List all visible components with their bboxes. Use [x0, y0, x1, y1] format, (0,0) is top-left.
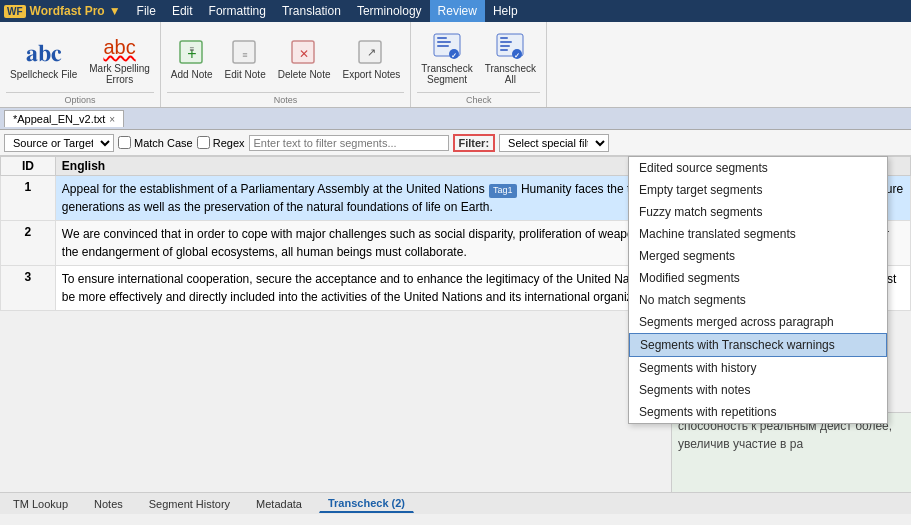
- delete-note-button[interactable]: ✕ Delete Note: [274, 34, 335, 83]
- match-case-checkbox[interactable]: [118, 136, 131, 149]
- regex-checkbox[interactable]: [197, 136, 210, 149]
- menu-translation[interactable]: Translation: [274, 0, 349, 22]
- tab-bar: *Appeal_EN_v2.txt ×: [0, 108, 911, 130]
- export-notes-button[interactable]: ↗ Export Notes: [339, 34, 405, 83]
- mark-spelling-button[interactable]: abc Mark Spelling Errors: [85, 28, 154, 88]
- menu-terminology[interactable]: Terminology: [349, 0, 430, 22]
- export-notes-icon: ↗: [355, 37, 387, 69]
- svg-rect-16: [500, 37, 508, 39]
- notes-section-label: Notes: [167, 92, 404, 105]
- regex-text: Regex: [213, 137, 245, 149]
- row-id-1: 1: [1, 176, 56, 221]
- spellcheck-file-button[interactable]: 𝐚𝐛𝐜 Spellcheck File: [6, 34, 81, 83]
- filter-label: Filter:: [453, 134, 496, 152]
- transcheck-all-icon: ✓: [494, 31, 526, 63]
- target-cell-3: способность к реальным дейст более, увел…: [671, 412, 911, 492]
- file-tab-close[interactable]: ×: [109, 114, 115, 125]
- bottom-tab-metadata[interactable]: Metadata: [247, 495, 311, 513]
- file-tab-label: *Appeal_EN_v2.txt: [13, 113, 105, 125]
- filter-option-fuzzy-match[interactable]: Fuzzy match segments: [629, 201, 887, 223]
- svg-text:✓: ✓: [514, 52, 520, 59]
- main-area: ID English 1 Appeal for the establishmen…: [0, 156, 911, 492]
- match-case-label: Match Case: [118, 136, 193, 149]
- transcheck-all-button[interactable]: ✓ Transcheck All: [481, 28, 540, 88]
- filter-option-edited-source[interactable]: Edited source segments: [629, 157, 887, 179]
- svg-text:✓: ✓: [451, 52, 457, 59]
- ribbon-sections: 𝐚𝐛𝐜 Spellcheck File abc Mark Spelling Er…: [0, 22, 911, 107]
- segment-filter-input[interactable]: [249, 135, 449, 151]
- app-arrow: ▼: [109, 4, 121, 18]
- filter-option-history[interactable]: Segments with history: [629, 357, 887, 379]
- check-buttons: ✓ Transcheck Segment: [417, 26, 540, 90]
- svg-rect-11: [437, 41, 451, 43]
- svg-text:✕: ✕: [299, 47, 309, 61]
- filter-option-no-match[interactable]: No match segments: [629, 289, 887, 311]
- filter-option-machine-translated[interactable]: Machine translated segments: [629, 223, 887, 245]
- edit-note-icon: ≡: [229, 37, 261, 69]
- special-filter-dropdown: Edited source segments Empty target segm…: [628, 156, 888, 424]
- menu-edit[interactable]: Edit: [164, 0, 201, 22]
- app-icon: WF: [4, 5, 26, 18]
- add-note-icon: +≡: [176, 37, 208, 69]
- options-buttons: 𝐚𝐛𝐜 Spellcheck File abc Mark Spelling Er…: [6, 26, 154, 90]
- edit-note-button[interactable]: ≡ Edit Note: [221, 34, 270, 83]
- ribbon: 𝐚𝐛𝐜 Spellcheck File abc Mark Spelling Er…: [0, 22, 911, 108]
- col-header-id: ID: [1, 157, 56, 176]
- app-title: WF Wordfast Pro ▼: [4, 4, 121, 18]
- filter-option-modified[interactable]: Modified segments: [629, 267, 887, 289]
- bottom-tab-tm-lookup[interactable]: TM Lookup: [4, 495, 77, 513]
- transcheck-segment-icon: ✓: [431, 31, 463, 63]
- delete-note-icon: ✕: [288, 37, 320, 69]
- tag-pill-1: Tag1: [489, 184, 517, 198]
- bottom-tab-transcheck[interactable]: Transcheck (2): [319, 494, 414, 513]
- filter-option-with-notes[interactable]: Segments with notes: [629, 379, 887, 401]
- row-id-2: 2: [1, 221, 56, 266]
- filter-option-merged[interactable]: Merged segments: [629, 245, 887, 267]
- regex-label: Regex: [197, 136, 245, 149]
- bottom-tab-segment-history[interactable]: Segment History: [140, 495, 239, 513]
- svg-text:↗: ↗: [367, 46, 376, 58]
- source-target-select[interactable]: Source or Target: [4, 134, 114, 152]
- ribbon-options-group: 𝐚𝐛𝐜 Spellcheck File abc Mark Spelling Er…: [0, 22, 161, 107]
- svg-rect-18: [500, 45, 510, 47]
- special-filter-select[interactable]: Select special filter(s)...Edited source…: [499, 134, 609, 152]
- file-tab[interactable]: *Appeal_EN_v2.txt ×: [4, 110, 124, 127]
- menu-review[interactable]: Review: [430, 0, 485, 22]
- notes-buttons: +≡ Add Note ≡ Edit Note ✕ Delete Note: [167, 26, 404, 90]
- svg-rect-17: [500, 41, 512, 43]
- spellcheck-icon: 𝐚𝐛𝐜: [28, 37, 60, 69]
- transcheck-segment-button[interactable]: ✓ Transcheck Segment: [417, 28, 476, 88]
- mark-spelling-icon: abc: [104, 31, 136, 63]
- svg-text:≡: ≡: [242, 50, 247, 60]
- match-case-text: Match Case: [134, 137, 193, 149]
- bottom-tab-notes[interactable]: Notes: [85, 495, 132, 513]
- options-section-label: Options: [6, 92, 154, 105]
- ribbon-notes-group: +≡ Add Note ≡ Edit Note ✕ Delete Note: [161, 22, 411, 107]
- svg-rect-10: [437, 37, 447, 39]
- ribbon-check-group: ✓ Transcheck Segment: [411, 22, 547, 107]
- menu-help[interactable]: Help: [485, 0, 526, 22]
- filter-option-empty-target[interactable]: Empty target segments: [629, 179, 887, 201]
- bottom-tab-bar: TM Lookup Notes Segment History Metadata…: [0, 492, 911, 514]
- menu-formatting[interactable]: Formatting: [201, 0, 274, 22]
- filter-option-transcheck-warnings[interactable]: Segments with Transcheck warnings: [629, 333, 887, 357]
- app-name-label: Wordfast Pro: [30, 4, 105, 18]
- svg-rect-12: [437, 45, 449, 47]
- row-id-3: 3: [1, 266, 56, 311]
- filter-option-merged-across[interactable]: Segments merged across paragraph: [629, 311, 887, 333]
- svg-rect-19: [500, 49, 508, 51]
- svg-text:≡: ≡: [189, 45, 194, 54]
- filter-bar: Source or Target Match Case Regex Filter…: [0, 130, 911, 156]
- menu-bar: WF Wordfast Pro ▼ File Edit Formatting T…: [0, 0, 911, 22]
- check-section-label: Check: [417, 92, 540, 105]
- filter-option-repetitions[interactable]: Segments with repetitions: [629, 401, 887, 423]
- add-note-button[interactable]: +≡ Add Note: [167, 34, 217, 83]
- menu-file[interactable]: File: [129, 0, 164, 22]
